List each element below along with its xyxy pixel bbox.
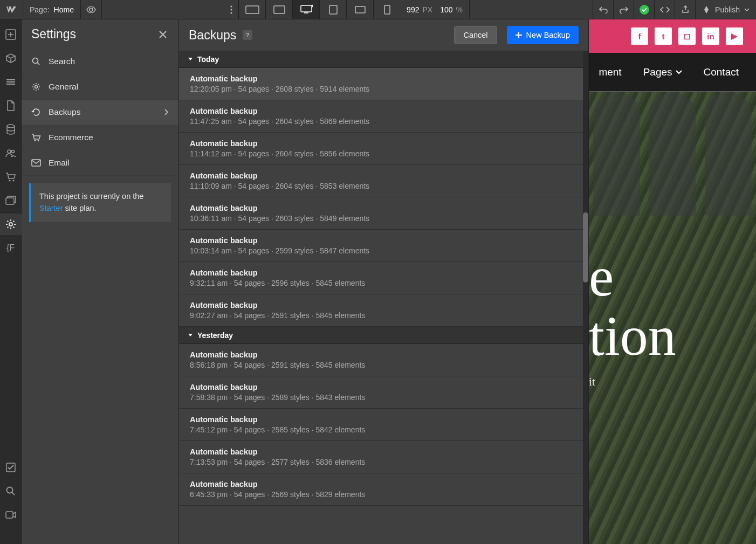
backup-row[interactable]: Automatic backup11:47:25 am · 54 pages ·… (179, 100, 588, 133)
menu-label: Search (49, 57, 75, 66)
backup-row[interactable]: Automatic backup7:13:53 pm · 54 pages · … (179, 441, 588, 473)
backup-name: Automatic backup (190, 171, 578, 180)
new-backup-button[interactable]: New Backup (507, 26, 579, 44)
page-icon (6, 100, 15, 111)
backup-name: Automatic backup (190, 480, 578, 488)
notice-text-1: This project is currently on the (39, 192, 143, 201)
breakpoint-tablet[interactable] (319, 0, 346, 19)
backup-row[interactable]: Automatic backup11:10:09 am · 54 pages ·… (179, 165, 588, 197)
group-label: Yesterday (197, 331, 233, 340)
linkedin-icon[interactable]: in (702, 27, 719, 45)
canvas-width-readout[interactable]: 992 PX 100 % (400, 0, 470, 19)
cms-panel-button[interactable] (0, 119, 22, 140)
svg-point-15 (12, 180, 14, 182)
page-selector[interactable]: Page: Home (23, 0, 81, 19)
svg-rect-7 (329, 5, 337, 14)
cancel-button[interactable]: Cancel (454, 26, 497, 44)
gear-icon (31, 82, 41, 92)
logo-cell[interactable] (0, 0, 23, 19)
backup-row[interactable]: Automatic backup9:32:11 am · 54 pages · … (179, 262, 588, 294)
share-button[interactable] (675, 0, 695, 19)
facebook-icon[interactable]: f (631, 27, 648, 45)
nav-link-contact[interactable]: Contact (704, 66, 739, 78)
webflow-logo-icon (5, 6, 17, 13)
backup-name: Automatic backup (190, 383, 578, 391)
settings-item-backups[interactable]: Backups (22, 100, 178, 125)
site-navbar: ment Pages Contact (589, 53, 756, 92)
preview-toggle[interactable] (81, 0, 102, 19)
breakpoint-landscape[interactable] (346, 0, 373, 19)
redo-button[interactable] (613, 0, 634, 19)
backup-name: Automatic backup (190, 107, 578, 115)
share-icon (681, 5, 690, 14)
settings-item-search[interactable]: Search (22, 49, 178, 74)
fonts-panel-button[interactable]: {F (0, 237, 22, 259)
undo-button[interactable] (593, 0, 613, 19)
nav-link-fragment[interactable]: ment (599, 66, 621, 78)
components-panel-button[interactable] (0, 47, 22, 69)
youtube-icon[interactable]: ▶ (726, 27, 743, 45)
notice-text-2: site plan. (63, 204, 97, 212)
status-indicator[interactable] (634, 0, 654, 19)
pages-panel-button[interactable] (0, 95, 22, 116)
backup-row[interactable]: Automatic backup8:56:18 pm · 54 pages · … (179, 344, 588, 376)
settings-item-ecommerce[interactable]: Ecommerce (22, 125, 178, 150)
settings-item-email[interactable]: Email (22, 150, 178, 176)
backup-row[interactable]: Automatic backup12:20:05 pm · 54 pages ·… (179, 68, 588, 100)
caret-down-icon (188, 333, 193, 338)
code-export[interactable] (654, 0, 675, 19)
svg-rect-4 (274, 6, 285, 13)
image-stack-icon (5, 196, 16, 205)
cube-icon (5, 53, 16, 64)
undo-icon (599, 6, 608, 13)
scrollbar-thumb[interactable] (583, 212, 588, 283)
breakpoint-mobile[interactable] (373, 0, 400, 19)
checkmark-icon (640, 5, 649, 15)
menu-label: Backups (49, 107, 80, 117)
svg-rect-3 (246, 6, 259, 13)
assets-panel-button[interactable] (0, 190, 22, 211)
kebab-menu[interactable] (225, 0, 238, 19)
twitter-icon[interactable]: t (655, 27, 672, 45)
audit-button[interactable] (0, 457, 22, 478)
instagram-icon[interactable]: ◻ (678, 27, 696, 45)
backup-row[interactable]: Automatic backup9:02:27 am · 54 pages · … (179, 294, 588, 327)
nav-link-pages[interactable]: Pages (643, 66, 682, 78)
search-button[interactable] (0, 480, 22, 502)
scrollbar-track[interactable] (583, 51, 588, 544)
backup-name: Automatic backup (190, 74, 578, 83)
menu-label: Email (49, 158, 70, 168)
svg-rect-17 (6, 198, 14, 204)
close-settings-button[interactable] (157, 29, 169, 40)
top-bar: Page: Home ✦ 992 PX 100 % Publish (0, 0, 756, 19)
svg-rect-21 (6, 512, 13, 518)
backup-row[interactable]: Automatic backup7:58:38 pm · 54 pages · … (179, 376, 588, 409)
svg-point-1 (230, 9, 232, 10)
video-button[interactable] (0, 504, 22, 526)
backup-group-yesterday[interactable]: Yesterday (179, 327, 588, 344)
backup-name: Automatic backup (190, 447, 578, 456)
breakpoint-xxl[interactable] (238, 0, 265, 19)
add-panel-button[interactable] (0, 24, 22, 45)
backup-row[interactable]: Automatic backup10:36:11 am · 54 pages ·… (179, 197, 588, 230)
page-name: Home (54, 5, 74, 14)
breakpoint-desktop[interactable]: ✦ (292, 0, 319, 19)
backup-row[interactable]: Automatic backup11:14:12 am · 54 pages ·… (179, 133, 588, 165)
navigator-panel-button[interactable] (0, 71, 22, 93)
breakpoint-xl[interactable] (265, 0, 292, 19)
help-badge[interactable]: ? (243, 30, 252, 40)
settings-panel-button[interactable] (0, 214, 22, 235)
backup-row[interactable]: Automatic backup6:45:33 pm · 54 pages · … (179, 473, 588, 506)
page-label-prefix: Page: (30, 5, 50, 14)
backup-group-today[interactable]: Today (179, 51, 588, 68)
ecommerce-panel-button[interactable] (0, 166, 22, 188)
users-panel-button[interactable] (0, 142, 22, 164)
publish-menu[interactable]: Publish (695, 0, 756, 19)
plan-link[interactable]: Starter (39, 204, 63, 212)
help-button[interactable] (0, 528, 22, 544)
backup-row[interactable]: Automatic backup7:45:12 pm · 54 pages · … (179, 409, 588, 441)
svg-point-24 (35, 140, 36, 142)
settings-item-general[interactable]: General (22, 74, 178, 100)
database-icon (6, 124, 16, 135)
backup-row[interactable]: Automatic backup10:03:14 am · 54 pages ·… (179, 230, 588, 262)
